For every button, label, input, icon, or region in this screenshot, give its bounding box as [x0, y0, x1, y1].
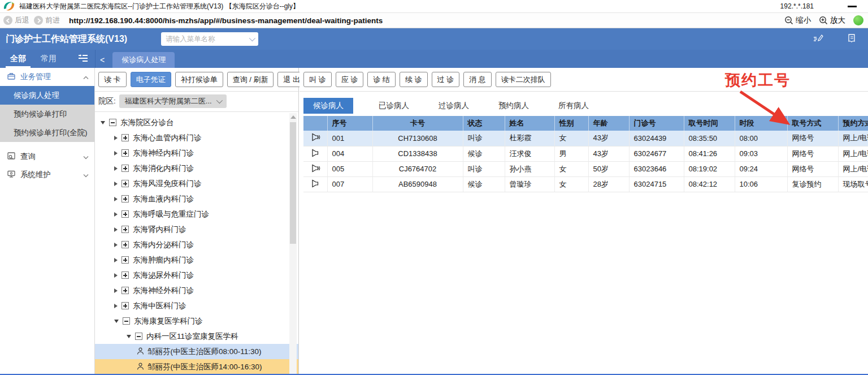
scroll-up-icon[interactable] — [290, 115, 296, 119]
minus-box-icon[interactable] — [123, 317, 130, 325]
tree-node[interactable]: 东海中医科门诊 — [95, 298, 298, 313]
sidebar-item[interactable]: 候诊病人处理 — [0, 86, 94, 105]
minus-box-icon[interactable] — [109, 119, 116, 126]
patient-tab[interactable]: 已诊病人 — [369, 98, 419, 114]
tree-node[interactable]: 东海内分泌科门诊 — [95, 237, 298, 252]
expander-open-icon[interactable] — [127, 335, 131, 338]
button-叫诊[interactable]: 叫 诊 — [303, 72, 332, 87]
main-area: 业务管理候诊病人处理预约候诊单打印预约候诊单打印(全院)查询系统维护 读 卡电子… — [0, 68, 868, 375]
tree-doctor-item[interactable]: 邹丽芬(中医主治医师14:00-16:30) — [95, 359, 298, 374]
expander-closed-icon[interactable] — [114, 258, 118, 262]
button-诊结[interactable]: 诊 结 — [367, 72, 396, 87]
expander-closed-icon[interactable] — [114, 197, 118, 201]
sidebar-item[interactable]: 预约候诊单打印 — [0, 105, 94, 123]
tree-node[interactable]: 东海肿瘤内科门诊 — [95, 252, 298, 268]
tree-node[interactable]: 东海呼吸与危重症门诊 — [95, 206, 298, 222]
plus-box-icon[interactable] — [121, 149, 129, 157]
cell-appt_method: 网上/电话 — [838, 146, 868, 161]
sidebar-group-maintain[interactable]: 系统维护 — [0, 166, 94, 184]
table-row[interactable]: 001CH7130608叫诊杜彩霞女43岁6302443908:35:5008:… — [303, 131, 868, 146]
table-row[interactable]: 004CD1338438候诊汪求俊男43岁6302467708:41:2609:… — [303, 146, 868, 161]
table-row[interactable]: 005CJ6764702叫诊孙小燕女50岁6302364608:19:0209:… — [303, 161, 868, 176]
patient-tab[interactable]: 候诊病人 — [303, 98, 353, 114]
sidebar-tab-common[interactable]: 常用 — [36, 50, 61, 68]
zoom-out-button[interactable]: 缩小 — [784, 15, 811, 25]
button-读卡[interactable]: 读 卡 — [98, 72, 127, 87]
table-row[interactable]: 007AB6590948候诊曾璇珍女28岁6302471508:42:1210:… — [303, 176, 868, 192]
button-电子凭证[interactable]: 电子凭证 — [131, 72, 171, 87]
button-补打候诊单[interactable]: 补打候诊单 — [175, 72, 223, 87]
status-indicator[interactable] — [853, 15, 863, 25]
expander-closed-icon[interactable] — [114, 243, 118, 247]
speaker-icon — [310, 179, 320, 188]
tree-node[interactable]: 东海肾内科门诊 — [95, 222, 298, 237]
minus-box-icon[interactable] — [135, 333, 142, 340]
tree-node[interactable]: 东海风湿免疫科门诊 — [95, 176, 298, 191]
plus-box-icon[interactable] — [121, 271, 129, 279]
expander-open-icon[interactable] — [114, 320, 119, 323]
button-过诊[interactable]: 过 诊 — [432, 72, 460, 87]
plus-box-icon[interactable] — [121, 195, 129, 202]
sidebar-tab-all[interactable]: 全部 — [6, 50, 31, 68]
cell-take_time: 08:41:26 — [684, 146, 735, 161]
plus-box-icon[interactable] — [121, 256, 129, 264]
expander-closed-icon[interactable] — [114, 212, 118, 217]
tree-node[interactable]: 内科一区11诊室康复医学科 — [95, 329, 298, 344]
scrollbar-thumb[interactable] — [290, 122, 296, 244]
plus-box-icon[interactable] — [121, 287, 129, 294]
expander-closed-icon[interactable] — [114, 136, 118, 140]
plus-box-icon[interactable] — [121, 302, 129, 309]
button-查询刷新[interactable]: 查询 / 刷新 — [227, 72, 274, 87]
expander-closed-icon[interactable] — [114, 227, 118, 232]
plus-box-icon[interactable] — [121, 165, 129, 172]
expander-closed-icon[interactable] — [114, 182, 118, 186]
expander-closed-icon[interactable] — [114, 304, 118, 308]
zoom-in-button[interactable]: 放大 — [819, 15, 845, 25]
tree-doctor-item[interactable]: 邹丽芬(中医主治医师08:00-11:30) — [95, 344, 298, 359]
signature-icon[interactable] — [813, 33, 824, 45]
tree-item-label: 东海血液内科门诊 — [133, 194, 194, 204]
cell-card: CD1338438 — [372, 146, 463, 161]
patient-tab[interactable]: 所有病人 — [549, 98, 598, 114]
minimize-icon[interactable] — [848, 6, 857, 7]
plus-box-icon[interactable] — [121, 134, 129, 141]
expander-closed-icon[interactable] — [114, 288, 118, 293]
cell-take_method: 复诊预约 — [787, 176, 838, 192]
tree-node[interactable]: 东海消化内科门诊 — [95, 161, 298, 176]
sidebar-item[interactable]: 预约候诊单打印(全院) — [0, 123, 94, 142]
tree-node[interactable]: 东海血液内科门诊 — [95, 191, 298, 206]
collapse-sidebar-icon[interactable] — [78, 54, 88, 64]
tree-scrollbar[interactable] — [289, 113, 297, 375]
campus-select[interactable]: 福建医科大学附属第二医... — [119, 94, 227, 108]
patient-tab[interactable]: 过诊病人 — [429, 98, 479, 114]
expander-closed-icon[interactable] — [114, 273, 118, 278]
tree-node[interactable]: 东海院区分诊台 — [95, 115, 298, 130]
expander-closed-icon[interactable] — [114, 166, 118, 171]
patient-tab[interactable]: 预约病人 — [489, 98, 539, 114]
column-header: 取号时间 — [684, 116, 735, 131]
plus-box-icon[interactable] — [121, 210, 129, 218]
plus-box-icon[interactable] — [121, 226, 129, 233]
forward-button[interactable]: 前进 — [34, 15, 60, 25]
tab-waiting-patients[interactable]: 候诊病人处理 — [112, 52, 175, 68]
sidebar-group-query[interactable]: 查询 — [0, 148, 94, 166]
expander-closed-icon[interactable] — [114, 151, 118, 156]
tree-node[interactable]: 东海神经内科门诊 — [95, 145, 298, 161]
button-消息[interactable]: 消 息 — [463, 72, 492, 87]
document-icon[interactable] — [847, 33, 857, 45]
tree-node[interactable]: 东海泌尿外科门诊 — [95, 268, 298, 283]
back-button[interactable]: 后退 — [3, 15, 29, 25]
tree-node[interactable]: 东海心血管内科门诊 — [95, 130, 298, 145]
button-应诊[interactable]: 应 诊 — [336, 72, 364, 87]
address-url[interactable]: http://192.168.190.44:8000/his-mzhs/app/… — [69, 16, 784, 25]
expander-open-icon[interactable] — [101, 121, 105, 124]
button-续诊[interactable]: 续 诊 — [400, 72, 428, 87]
tab-scroll-left-icon[interactable]: < — [96, 55, 109, 68]
plus-box-icon[interactable] — [121, 241, 129, 248]
menu-search-input[interactable]: 请输入菜单名称 — [161, 32, 258, 46]
button-读卡二次排队[interactable]: 读卡二次排队 — [496, 72, 551, 87]
plus-box-icon[interactable] — [121, 180, 129, 187]
sidebar-group-business[interactable]: 业务管理 — [0, 68, 94, 86]
tree-node[interactable]: 东海神经外科门诊 — [95, 283, 298, 298]
tree-node[interactable]: 东海康复医学科门诊 — [95, 313, 298, 329]
